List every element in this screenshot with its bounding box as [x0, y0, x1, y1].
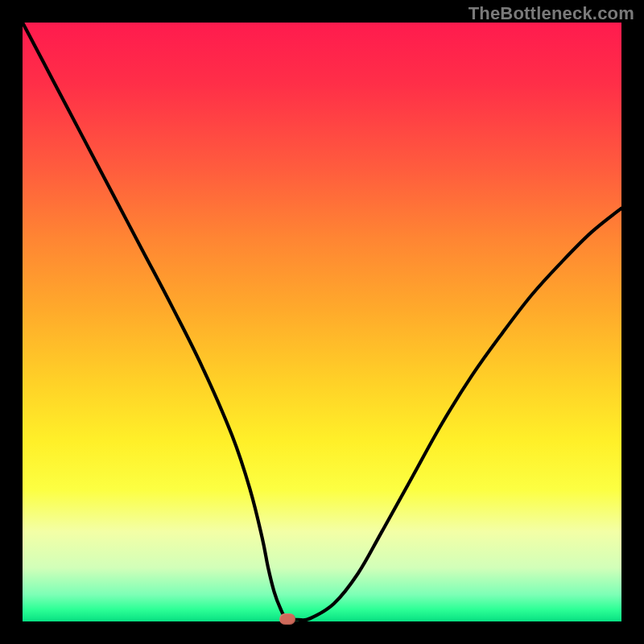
- optimal-point-marker: [279, 613, 295, 625]
- bottleneck-curve: [23, 23, 621, 621]
- watermark-label: TheBottleneck.com: [469, 3, 634, 24]
- chart-plot-area: [23, 23, 621, 621]
